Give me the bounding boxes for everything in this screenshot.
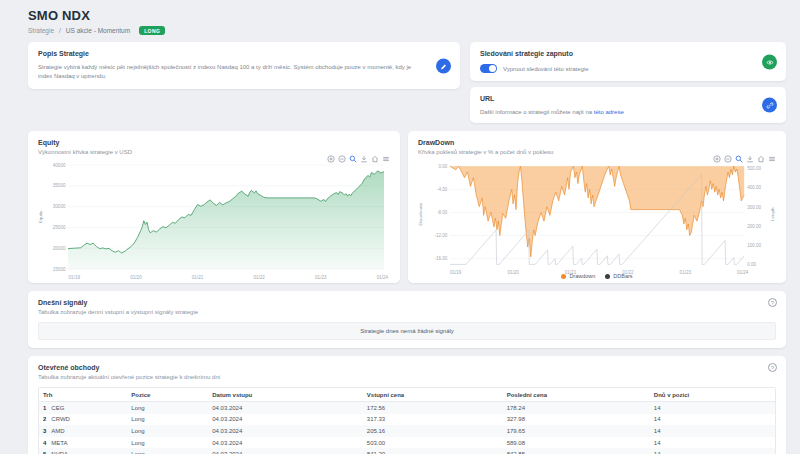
signals-card-title: Dnešní signály: [38, 299, 760, 306]
table-row: 2CRWDLong04.03.2024317.33327.9814: [39, 414, 775, 426]
url-card-title: URL: [480, 95, 752, 102]
column-header: Vstupní cena: [363, 388, 503, 402]
svg-text:01/23: 01/23: [315, 275, 327, 280]
svg-text:01/20: 01/20: [130, 275, 142, 280]
download-icon[interactable]: [746, 155, 754, 163]
svg-text:100.00: 100.00: [747, 243, 761, 248]
table-cell: 04.03.2024: [208, 437, 363, 449]
table-cell: 14: [650, 414, 775, 426]
equity-card: Equity Výkonnostní křivka strategie v US…: [28, 131, 400, 283]
table-row: 5NVDALong04.03.2024841.20842.8514: [39, 448, 775, 454]
tracking-status-button[interactable]: [762, 54, 777, 69]
zoom-in-icon[interactable]: [327, 155, 335, 163]
table-row: 3AMDLong04.03.2024205.16179.6514: [39, 425, 775, 437]
drawdown-modebar: [713, 155, 776, 163]
svg-text:25000: 25000: [53, 225, 66, 230]
zoom-in-icon[interactable]: [713, 155, 721, 163]
page-header: SMO NDX Strategie / US akcie - Momentum …: [28, 8, 786, 35]
svg-text:01/20: 01/20: [507, 270, 519, 275]
drawdown-chart[interactable]: 0.00-4.00-8.00-12.00-16.000.00100.00200.…: [418, 159, 776, 276]
table-cell: Long: [127, 425, 208, 437]
legend-dot-drawdown: [561, 274, 566, 279]
svg-text:-8.00: -8.00: [437, 210, 448, 215]
equity-chart[interactable]: 15000200002500030000350004000001/1901/20…: [38, 159, 390, 281]
toggle-knob: [489, 65, 496, 72]
svg-text:0.00: 0.00: [438, 164, 447, 169]
menu-icon[interactable]: [382, 155, 390, 163]
table-row: 4METALong04.03.2024503.00589.0814: [39, 437, 775, 449]
table-row: 1CEGLong04.03.2024172.56178.2414: [39, 402, 775, 414]
ticker-cell: 2CRWD: [39, 414, 127, 426]
table-cell: 04.03.2024: [208, 425, 363, 437]
menu-icon[interactable]: [768, 155, 776, 163]
help-icon[interactable]: ?: [768, 298, 777, 307]
table-cell: 841.20: [363, 448, 503, 454]
svg-text:20000: 20000: [53, 246, 66, 251]
table-cell: 14: [650, 437, 775, 449]
legend-item-drawdown[interactable]: Drawdown: [561, 273, 595, 279]
trades-table: TrhPoziceDatum vstupuVstupní cenaPosledn…: [38, 387, 776, 454]
svg-text:01/21: 01/21: [192, 275, 204, 280]
table-cell: 14: [650, 402, 775, 414]
table-cell: 04.03.2024: [208, 402, 363, 414]
svg-text:300.00: 300.00: [747, 205, 761, 210]
trades-card-title: Otevřené obchody: [38, 364, 760, 371]
url-link[interactable]: této adrese: [594, 109, 624, 115]
ticker-cell: 4META: [39, 437, 127, 449]
edit-description-button[interactable]: [436, 58, 451, 73]
home-icon[interactable]: [371, 155, 379, 163]
description-card-text: Strategie vybírá každý měsíc pět nejsiln…: [38, 63, 426, 81]
svg-text:-16.00: -16.00: [434, 256, 447, 261]
svg-text:15000: 15000: [53, 267, 66, 272]
table-cell: Long: [127, 402, 208, 414]
table-cell: 14: [650, 448, 775, 454]
svg-text:30000: 30000: [53, 204, 66, 209]
svg-text:40000: 40000: [53, 163, 66, 168]
table-cell: 842.85: [503, 448, 650, 454]
svg-text:400.00: 400.00: [747, 185, 761, 190]
url-card: URL Další informace o strategii můžete n…: [470, 87, 786, 123]
svg-text:01/22: 01/22: [253, 275, 265, 280]
url-card-text: Další informace o strategii můžete najít…: [480, 109, 592, 115]
table-cell: 503.00: [363, 437, 503, 449]
pencil-icon: [440, 58, 447, 73]
drawdown-card: DrawDown Křivka poklesů strategie v % a …: [408, 131, 786, 283]
zoom-out-icon[interactable]: [724, 155, 732, 163]
svg-text:-4.00: -4.00: [437, 187, 448, 192]
tracking-toggle[interactable]: [480, 64, 497, 73]
svg-text:35000: 35000: [53, 183, 66, 188]
legend-item-ddbars[interactable]: DDBars: [605, 273, 632, 279]
breadcrumb-strategie[interactable]: Strategie: [28, 27, 54, 34]
column-header: Poslední cena: [503, 388, 650, 402]
column-header: Trh: [39, 388, 127, 402]
tracking-card-title: Sledování strategie zapnuto: [480, 50, 752, 57]
ticker-cell: 3AMD: [39, 425, 127, 437]
table-cell: 179.65: [503, 425, 650, 437]
legend-label-drawdown: Drawdown: [569, 273, 595, 279]
table-cell: 04.03.2024: [208, 414, 363, 426]
ticker-cell: 5NVDA: [39, 448, 127, 454]
table-cell: 327.98: [503, 414, 650, 426]
zoom-box-icon[interactable]: [735, 155, 743, 163]
url-button[interactable]: [762, 98, 777, 113]
zoom-out-icon[interactable]: [338, 155, 346, 163]
table-cell: 178.24: [503, 402, 650, 414]
svg-text:Length: Length: [770, 207, 775, 221]
ticker-cell: 1CEG: [39, 402, 127, 414]
tracking-toggle-label: Vypnout sledování této strategie: [503, 66, 589, 72]
download-icon[interactable]: [360, 155, 368, 163]
zoom-box-icon[interactable]: [349, 155, 357, 163]
svg-text:0.00: 0.00: [747, 262, 756, 267]
drawdown-chart-title: DrawDown: [418, 139, 776, 146]
long-badge: LONG: [139, 26, 165, 35]
trades-card-subtitle: Tabulka zobrazuje aktuální otevřené pozi…: [38, 374, 760, 380]
home-icon[interactable]: [757, 155, 765, 163]
table-cell: 205.16: [363, 425, 503, 437]
signals-card-subtitle: Tabulka zobrazuje denní vstupní a výstup…: [38, 309, 760, 315]
help-icon[interactable]: ?: [768, 363, 777, 372]
trades-card: Otevřené obchody Tabulka zobrazuje aktuá…: [28, 356, 786, 454]
column-header: Dnů v pozici: [650, 388, 775, 402]
signals-empty-banner: Strategie dnes nemá žádné signály: [38, 322, 776, 340]
table-cell: 589.08: [503, 437, 650, 449]
trades-table-header-row: TrhPoziceDatum vstupuVstupní cenaPosledn…: [39, 388, 775, 402]
